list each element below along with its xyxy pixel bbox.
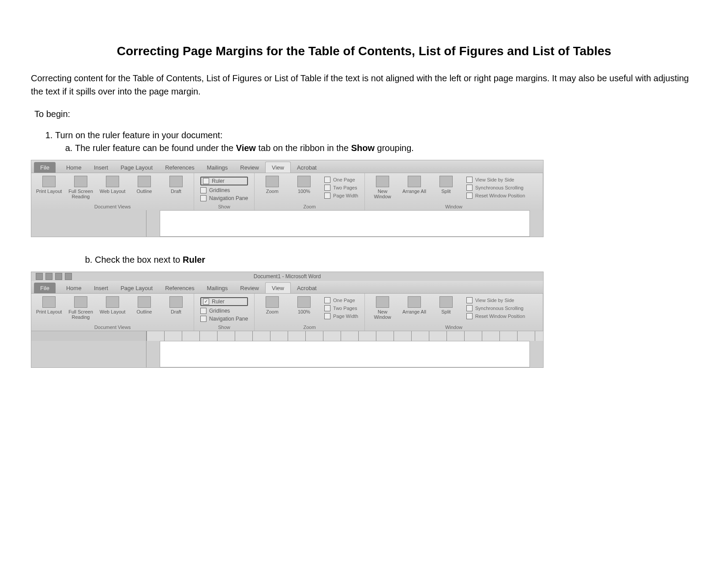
redo-icon[interactable] (65, 273, 72, 280)
tab-file[interactable]: File (34, 162, 56, 173)
side-by-side-icon (466, 177, 473, 183)
to-begin-label: To begin: (34, 109, 697, 119)
group-show: Ruler Gridlines Navigation Pane Show (194, 173, 255, 210)
btn-two-pages-2[interactable]: Two Pages (324, 305, 358, 311)
tab-view-2[interactable]: View (265, 282, 291, 293)
btn-zoom-2[interactable]: Zoom (259, 296, 285, 314)
btn-100pct[interactable]: 100% (291, 176, 317, 194)
step-1a-show: Show (351, 143, 375, 153)
horizontal-ruler[interactable] (31, 331, 543, 341)
tab-home[interactable]: Home (60, 162, 88, 173)
checkbox-navigation-pane[interactable]: Navigation Pane (200, 195, 248, 201)
btn-100pct-2[interactable]: 100% (291, 296, 317, 314)
checkbox-ruler[interactable]: Ruler (200, 177, 248, 185)
tab-mailings[interactable]: Mailings (201, 162, 234, 173)
btn-one-page-2[interactable]: One Page (324, 297, 358, 303)
tab-file-2[interactable]: File (34, 283, 56, 293)
step-1a-pre: The ruler feature can be found under the (75, 143, 236, 153)
tab-view[interactable]: View (265, 162, 291, 173)
btn-print-layout[interactable]: Print Layout (36, 176, 62, 194)
btn-split[interactable]: Split (433, 176, 459, 194)
checkbox-gridlines[interactable]: Gridlines (200, 187, 248, 193)
btn-draft-2[interactable]: Draft (163, 296, 189, 314)
quick-access-toolbar (36, 273, 72, 280)
save-icon[interactable] (45, 273, 53, 280)
window-title: Document1 - Microsoft Word (254, 273, 321, 280)
gridlines-checkbox-icon (200, 187, 206, 193)
btn-one-page[interactable]: One Page (324, 177, 358, 183)
btn-arrange-all[interactable]: Arrange All (401, 176, 428, 194)
web-layout-icon (106, 176, 119, 187)
btn-new-window-2[interactable]: New Window (369, 296, 396, 320)
two-pages-icon (324, 185, 330, 191)
btn-sync-scrolling-2[interactable]: Synchronous Scrolling (466, 305, 525, 311)
group-label-zoom: Zoom (259, 202, 360, 209)
window-titlebar: Document1 - Microsoft Word (31, 272, 543, 281)
step-1a-post: grouping. (375, 143, 414, 153)
tab-page-layout[interactable]: Page Layout (114, 162, 159, 173)
page-title: Correcting Page Margins for the Table of… (31, 44, 697, 58)
btn-web-layout-2[interactable]: Web Layout (99, 296, 126, 314)
group-label-show: Show (199, 202, 250, 209)
tab-review-2[interactable]: Review (234, 283, 265, 293)
btn-page-width[interactable]: Page Width (324, 193, 358, 199)
outline-icon (138, 176, 151, 187)
tab-page-layout-2[interactable]: Page Layout (114, 283, 159, 293)
btn-zoom[interactable]: Zoom (259, 176, 285, 194)
tab-acrobat[interactable]: Acrobat (291, 162, 323, 173)
undo-icon[interactable] (55, 273, 62, 280)
ribbon-tabs: File Home Insert Page Layout References … (31, 160, 543, 173)
btn-full-screen-reading[interactable]: Full Screen Reading (68, 176, 94, 199)
navpane-checkbox-icon (200, 195, 206, 201)
reset-pos-icon (466, 193, 473, 199)
ribbon-screenshot-2: Document1 - Microsoft Word File Home Ins… (31, 272, 544, 368)
full-screen-icon (74, 176, 87, 187)
tab-insert[interactable]: Insert (88, 162, 115, 173)
hundred-icon (297, 176, 311, 187)
btn-outline[interactable]: Outline (131, 176, 158, 194)
btn-arrange-all-2[interactable]: Arrange All (401, 296, 428, 314)
group-label-document-views: Document Views (36, 202, 189, 209)
one-page-icon (324, 177, 330, 183)
step-1b-ruler: Ruler (183, 255, 205, 264)
word-icon (36, 273, 43, 280)
intro-paragraph: Correcting content for the Table of Cont… (31, 72, 697, 98)
tab-acrobat-2[interactable]: Acrobat (291, 283, 323, 293)
group-window: New Window Arrange All Split View Side b… (365, 173, 543, 210)
group-zoom: Zoom 100% One Page Two Pages Page Width … (255, 173, 365, 210)
btn-new-window[interactable]: New Window (369, 176, 396, 199)
tab-review[interactable]: Review (234, 162, 265, 173)
step-1-text: Turn on the ruler feature in your docume… (55, 130, 222, 140)
tab-references-2[interactable]: References (159, 283, 200, 293)
checkbox-navigation-pane-2[interactable]: Navigation Pane (200, 316, 248, 322)
step-1a-mid: tab on the ribbon in the (256, 143, 351, 153)
btn-reset-window-position[interactable]: Reset Window Position (466, 193, 525, 199)
document-area-2 (31, 341, 543, 367)
btn-print-layout-2[interactable]: Print Layout (36, 296, 62, 314)
tab-mailings-2[interactable]: Mailings (201, 283, 234, 293)
btn-web-layout[interactable]: Web Layout (99, 176, 126, 194)
btn-reset-window-position-2[interactable]: Reset Window Position (466, 313, 525, 319)
new-window-icon (376, 176, 389, 187)
btn-full-screen-reading-2[interactable]: Full Screen Reading (68, 296, 94, 320)
btn-two-pages[interactable]: Two Pages (324, 185, 358, 191)
btn-view-side-by-side-2[interactable]: View Side by Side (466, 297, 525, 303)
btn-draft[interactable]: Draft (163, 176, 189, 194)
tab-insert-2[interactable]: Insert (88, 283, 115, 293)
tab-references[interactable]: References (159, 162, 200, 173)
checkbox-ruler-2[interactable]: Ruler (200, 297, 248, 306)
btn-page-width-2[interactable]: Page Width (324, 313, 358, 319)
step-1: Turn on the ruler feature in your docume… (55, 130, 697, 153)
btn-sync-scrolling[interactable]: Synchronous Scrolling (466, 185, 525, 191)
split-icon (439, 176, 453, 187)
step-1a-view: View (236, 143, 256, 153)
group-document-views: Print Layout Full Screen Reading Web Lay… (31, 173, 194, 210)
page-width-icon (324, 193, 330, 199)
btn-view-side-by-side[interactable]: View Side by Side (466, 177, 525, 183)
tab-home-2[interactable]: Home (60, 283, 88, 293)
sync-scroll-icon (466, 185, 473, 191)
ruler-checkbox-icon (203, 178, 209, 184)
checkbox-gridlines-2[interactable]: Gridlines (200, 308, 248, 314)
btn-outline-2[interactable]: Outline (131, 296, 158, 314)
btn-split-2[interactable]: Split (433, 296, 459, 314)
